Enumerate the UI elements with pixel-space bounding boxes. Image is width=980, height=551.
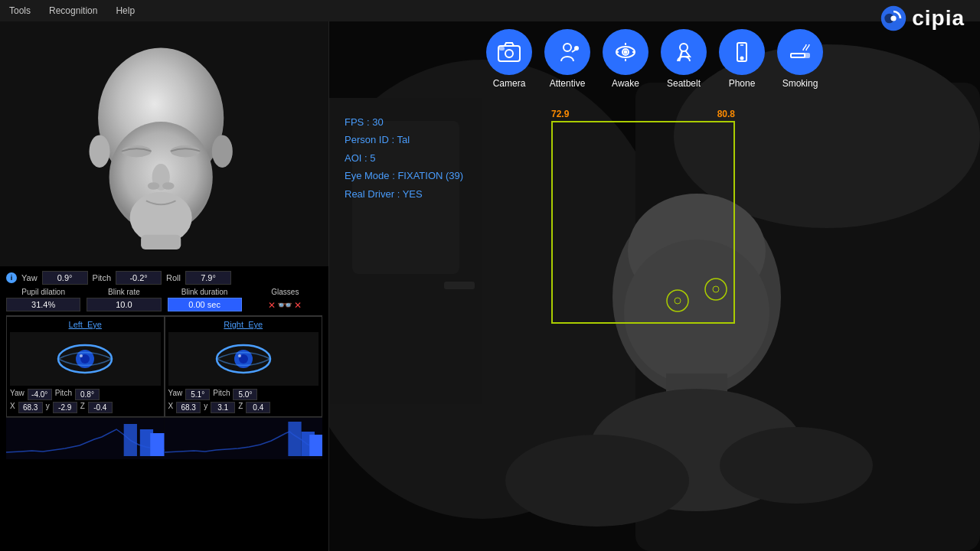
right-x-label: X — [168, 402, 174, 413]
left-yaw-value: -4.0° — [28, 389, 52, 400]
pupil-value: 31.4% — [6, 298, 80, 311]
status-camera-button[interactable]: Camera — [486, 29, 532, 89]
smoking-icon-circle — [777, 29, 823, 75]
svg-rect-23 — [124, 424, 137, 456]
camera-icon — [497, 40, 521, 64]
aoi-label: AOI — [345, 152, 361, 164]
right-eye-panel: Right_Eye Yaw 5.1° — [165, 316, 323, 417]
svg-point-6 — [89, 135, 109, 167]
svg-point-49 — [505, 50, 513, 57]
info-icon: i — [6, 272, 17, 283]
real-driver-label: Real Driver — [345, 188, 394, 200]
glasses-label: Glasses — [271, 288, 299, 296]
attentive-label: Attentive — [550, 78, 586, 89]
right-pitch-label: Pitch — [213, 389, 230, 400]
left-panel: i Yaw 0.9° Pitch -0.2° Roll 7.9° Pupil d… — [0, 21, 329, 551]
head-3d-model — [73, 37, 256, 251]
attentive-icon — [555, 40, 580, 64]
camera-label: Camera — [493, 78, 526, 89]
right-yaw-value: 5.1° — [185, 389, 210, 400]
right-y-value: 3.1 — [211, 402, 235, 413]
head-model-area — [0, 21, 328, 266]
corner-tl-number: 72.9 — [551, 109, 569, 119]
glasses-left-x: ✕ — [268, 300, 276, 311]
svg-rect-13 — [141, 235, 181, 249]
person-id-line: Person ID : Tal — [345, 131, 463, 148]
status-phone-button[interactable]: Phone — [719, 29, 765, 89]
real-driver-line: Real Driver : YES — [345, 185, 463, 203]
left-eye-icon — [54, 340, 116, 378]
right-y-label: y — [204, 402, 207, 413]
right-z-value: 0.4 — [246, 402, 270, 413]
svg-point-63 — [741, 57, 743, 60]
status-seatbelt-button[interactable]: Seatbelt — [661, 29, 707, 89]
svg-point-17 — [80, 354, 83, 357]
left-yaw-label: Yaw — [10, 389, 24, 400]
left-eye-angles: Yaw -4.0° Pitch 0.8° — [10, 389, 161, 400]
eye-mode-label: Eye Mode — [345, 170, 390, 181]
person-id-value: Tal — [397, 134, 410, 145]
awake-icon — [613, 40, 638, 64]
glasses-metric: Glasses ✕ 👓 ✕ — [248, 288, 322, 312]
blink-rate-label: Blink rate — [108, 288, 140, 296]
roll-label: Roll — [166, 273, 181, 282]
real-driver-value: YES — [403, 188, 423, 200]
left-graph-svg — [6, 418, 165, 459]
camera-icon-circle — [486, 29, 532, 75]
left-y-value: -2.9 — [53, 402, 77, 413]
phone-icon-circle — [719, 29, 765, 75]
phone-icon — [730, 40, 754, 64]
right-pitch-value: 5.0° — [233, 389, 257, 400]
left-eye-panel: Left_Eye Yaw -4.0° — [6, 316, 165, 417]
left-eye-title: Left_Eye — [10, 320, 161, 329]
status-attentive-button[interactable]: Attentive — [544, 29, 590, 89]
logo-icon — [880, 5, 907, 32]
camera-info-overlay: FPS : 30 Person ID : Tal AOI : 5 Eye Mod… — [345, 113, 463, 203]
svg-point-39 — [505, 435, 689, 527]
glasses-icon: 👓 — [277, 298, 292, 312]
person-id-label: Person ID — [345, 134, 389, 145]
left-z-label: Z — [80, 402, 85, 413]
attentive-icon-circle — [544, 29, 590, 75]
right-eye-icon — [213, 340, 274, 378]
svg-rect-64 — [791, 54, 805, 57]
svg-point-9 — [170, 145, 200, 157]
fps-label: FPS — [345, 116, 364, 128]
yaw-label: Yaw — [21, 273, 38, 282]
right-graph-svg — [165, 418, 323, 459]
status-smoking-button[interactable]: Smoking — [777, 29, 823, 89]
eye-mode-line: Eye Mode : FIXATION (39) — [345, 167, 463, 184]
svg-point-7 — [211, 135, 232, 167]
menu-tools[interactable]: Tools — [6, 2, 34, 19]
blink-dur-label: Blink duration — [181, 288, 228, 296]
blink-rate-metric: Blink rate 10.0 — [87, 288, 161, 311]
right-graph — [165, 418, 323, 459]
angle-fields: Yaw 0.9° Pitch -0.2° Roll 7.9° — [21, 271, 322, 285]
menu-recognition[interactable]: Recognition — [46, 2, 100, 19]
svg-point-11 — [147, 182, 158, 190]
right-eye-coords: X 68.3 y 3.1 Z 0.4 — [168, 402, 319, 413]
camera-panel: 72.9 80.8 FPS : 30 Person ID : Tal AOI — [329, 21, 980, 551]
left-pitch-label: Pitch — [55, 389, 72, 400]
svg-point-51 — [564, 44, 571, 51]
pupil-metric: Pupil dilation 31.4% — [6, 288, 80, 311]
menubar: Tools Recognition Help cipia — [0, 0, 980, 21]
yaw-value: 0.9° — [42, 271, 88, 285]
left-eye-visual — [10, 332, 161, 386]
metrics-row: Pupil dilation 31.4% Blink rate 10.0 Bli… — [6, 288, 322, 312]
svg-point-12 — [162, 182, 174, 190]
svg-point-21 — [238, 354, 241, 357]
svg-point-52 — [575, 47, 578, 50]
status-awake-button[interactable]: Awake — [603, 29, 648, 89]
pupil-label: Pupil dilation — [21, 288, 65, 296]
fps-line: FPS : 30 — [345, 113, 463, 131]
camera-feed: 72.9 80.8 FPS : 30 Person ID : Tal AOI — [329, 21, 980, 551]
graphs-area — [6, 417, 322, 459]
smoking-label: Smoking — [782, 78, 818, 89]
status-icons-row: Camera Attentive — [486, 29, 823, 89]
right-eye-title: Right_Eye — [168, 320, 319, 329]
menu-help[interactable]: Help — [113, 2, 138, 19]
left-x-value: 68.3 — [18, 402, 43, 413]
svg-rect-27 — [288, 422, 301, 456]
svg-rect-25 — [150, 433, 164, 456]
